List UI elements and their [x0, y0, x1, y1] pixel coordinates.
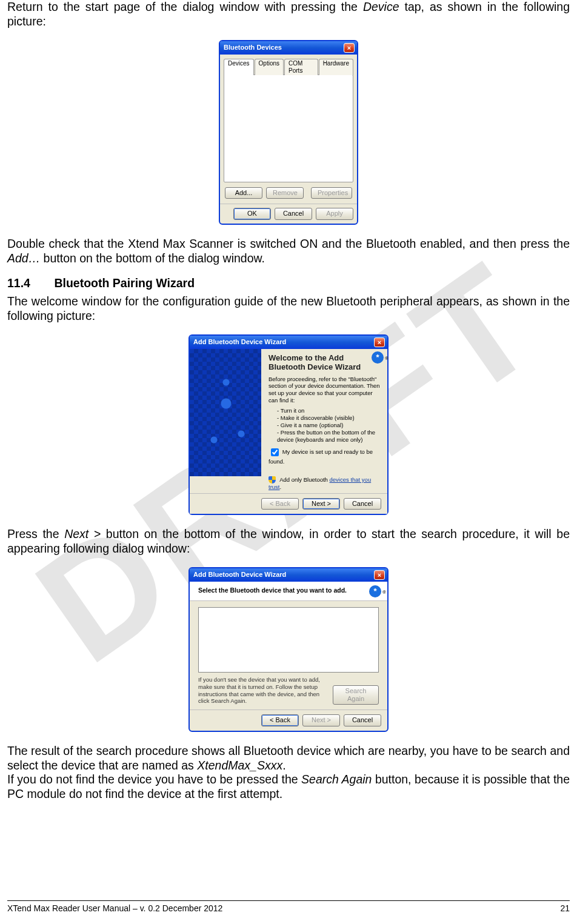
wizard-intro: Before proceeding, refer to the "Bluetoo…	[268, 376, 380, 405]
text: .	[279, 484, 281, 490]
close-icon[interactable]: ×	[374, 570, 385, 580]
apply-button[interactable]: Apply	[316, 208, 353, 219]
page-footer: XTend Max Reader User Manual – v. 0.2 De…	[7, 900, 570, 913]
paragraph-1: Return to the start page of the dialog w…	[7, 0, 570, 29]
checkbox-row: My device is set up and ready to be foun…	[268, 447, 380, 465]
figure-add-bt-wizard-welcome: Add Bluetooth Device Wizard × ® Welcome …	[7, 334, 570, 516]
text: The result of the search procedure shows…	[7, 744, 570, 772]
section-heading: 11.4 Bluetooth Pairing Wizard	[7, 276, 570, 291]
tab-com-ports[interactable]: COM Ports	[284, 59, 318, 75]
paragraph-3: The welcome window for the configuration…	[7, 294, 570, 324]
text: Return to the start page of the dialog w…	[7, 0, 363, 13]
device-list	[224, 75, 353, 182]
cancel-button[interactable]: Cancel	[275, 208, 312, 219]
tab-devices[interactable]: Devices	[224, 59, 254, 75]
text: Add only Bluetooth	[279, 476, 329, 483]
wizard-bullet-list: - Turn it on - Make it discoverable (vis…	[277, 407, 380, 443]
wizard-header: Select the Bluetooth device that you wan…	[190, 582, 387, 601]
wizard-sidebar-image	[190, 349, 261, 476]
shield-icon	[268, 476, 276, 484]
text-italic: XtendMax_Sxxx	[197, 759, 282, 772]
wizard-button-row: < Back Next > Cancel	[190, 493, 387, 514]
figure-bluetooth-devices: Bluetooth Devices × Devices Options COM …	[7, 40, 570, 225]
next-button[interactable]: Next >	[302, 498, 340, 510]
window-add-bt-wizard-select: Add Bluetooth Device Wizard × Select the…	[188, 567, 389, 732]
text: .	[282, 759, 285, 772]
list-item: - Turn it on	[277, 407, 380, 414]
close-icon[interactable]: ×	[374, 337, 385, 347]
window-title: Bluetooth Devices	[224, 44, 282, 52]
tab-hardware[interactable]: Hardware	[319, 59, 353, 75]
cancel-button[interactable]: Cancel	[344, 714, 381, 726]
list-item: - Make it discoverable (visible)	[277, 414, 380, 422]
dialog-button-row: OK Cancel Apply	[220, 204, 357, 223]
wizard-header-text: Select the Bluetooth device that you wan…	[198, 587, 347, 594]
title-bar: Add Bluetooth Device Wizard ×	[190, 568, 387, 582]
paragraph-4: Press the Next > button on the bottom of…	[7, 527, 570, 556]
remove-button[interactable]: Remove	[266, 187, 304, 199]
wizard-button-row: < Back Next > Cancel	[190, 710, 387, 730]
checkbox-label: My device is set up and ready to be foun…	[268, 448, 373, 465]
add-button[interactable]: Add...	[225, 187, 262, 199]
wizard-body: If you don't see the device that you wan…	[190, 601, 387, 710]
trust-hint: Add only Bluetooth devices that you trus…	[268, 476, 380, 491]
footer-left: XTend Max Reader User Manual – v. 0.2 De…	[7, 903, 222, 913]
page-number: 21	[560, 903, 570, 913]
properties-button[interactable]: Properties	[311, 187, 352, 199]
registered-icon: ®	[382, 587, 386, 598]
close-icon[interactable]: ×	[344, 43, 355, 53]
search-again-button[interactable]: Search Again	[333, 685, 379, 705]
window-add-bt-wizard: Add Bluetooth Device Wizard × ® Welcome …	[188, 334, 389, 516]
window-title: Add Bluetooth Device Wizard	[193, 338, 286, 346]
figure-add-bt-wizard-select: Add Bluetooth Device Wizard × Select the…	[7, 567, 570, 732]
text-italic: Add…	[7, 251, 40, 265]
cancel-button[interactable]: Cancel	[344, 498, 381, 510]
device-ready-checkbox[interactable]	[271, 448, 279, 456]
title-bar: Add Bluetooth Device Wizard ×	[190, 336, 387, 349]
list-button-row: Add... Remove Properties	[220, 186, 357, 204]
window-title: Add Bluetooth Device Wizard	[193, 571, 286, 579]
text: Double check that the Xtend Max Scanner …	[7, 237, 570, 250]
list-item: - Give it a name (optional)	[277, 422, 380, 429]
section-title: Bluetooth Pairing Wizard	[54, 276, 195, 290]
wizard-body: ® Welcome to the Add Bluetooth Device Wi…	[190, 349, 387, 493]
window-bluetooth-devices: Bluetooth Devices × Devices Options COM …	[219, 40, 358, 225]
ok-button[interactable]: OK	[233, 208, 271, 219]
title-bar: Bluetooth Devices ×	[220, 41, 357, 55]
paragraph-2: Double check that the Xtend Max Scanner …	[7, 237, 570, 266]
text: button on the bottom of the dialog windo…	[40, 251, 265, 265]
text-italic: Device	[363, 0, 399, 13]
back-button[interactable]: < Back	[261, 498, 299, 510]
list-item: - Press the button on the bottom of the …	[277, 429, 380, 444]
wizard-content: ® Welcome to the Add Bluetooth Device Wi…	[261, 349, 387, 493]
wizard-heading: Welcome to the Add Bluetooth Device Wiza…	[268, 354, 380, 372]
next-button[interactable]: Next >	[302, 714, 340, 726]
paragraph-5: The result of the search procedure shows…	[7, 744, 570, 773]
registered-icon: ®	[385, 353, 389, 364]
back-button[interactable]: < Back	[261, 714, 299, 726]
bluetooth-icon: ®	[369, 585, 381, 597]
tab-strip: Devices Options COM Ports Hardware	[220, 55, 357, 75]
text-italic: Next >	[64, 527, 101, 540]
text: Press the	[7, 527, 64, 540]
bluetooth-icon: ®	[372, 351, 384, 364]
found-device-list[interactable]	[198, 607, 379, 673]
paragraph-6: If you do not find the device you have t…	[7, 773, 570, 802]
text: If you do not find the device you have t…	[7, 773, 301, 786]
section-number: 11.4	[7, 276, 51, 291]
search-hint: If you don't see the device that you wan…	[198, 676, 328, 705]
tab-options[interactable]: Options	[255, 59, 284, 75]
text-italic: Search Again	[301, 773, 372, 786]
